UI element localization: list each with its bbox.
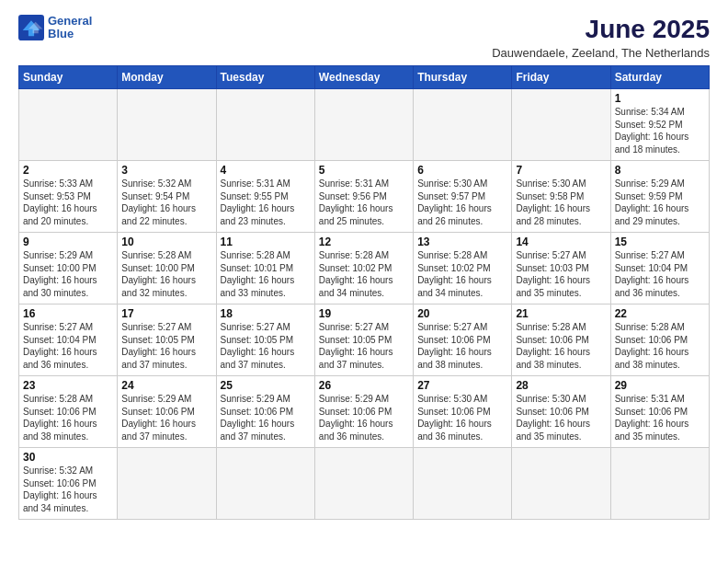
calendar-cell: 24Sunrise: 5:29 AMSunset: 10:06 PMDaylig… [118,376,216,448]
day-detail: Sunrise: 5:27 AMSunset: 10:05 PMDaylight… [221,322,295,370]
col-tuesday: Tuesday [216,66,314,89]
page: General Blue June 2025 Dauwendaele, Zeel… [0,0,728,563]
calendar-cell: 4Sunrise: 5:31 AMSunset: 9:55 PMDaylight… [216,161,314,233]
calendar-cell: 2Sunrise: 5:33 AMSunset: 9:53 PMDaylight… [19,161,118,233]
logo-icon [18,15,44,40]
day-detail: Sunrise: 5:28 AMSunset: 10:00 PMDaylight… [121,250,196,298]
day-number: 20 [417,307,507,320]
day-number: 15 [615,236,705,248]
calendar-cell: 14Sunrise: 5:27 AMSunset: 10:03 PMDaylig… [512,233,610,304]
day-detail: Sunrise: 5:28 AMSunset: 10:02 PMDaylight… [417,250,492,298]
day-detail: Sunrise: 5:32 AMSunset: 10:06 PMDaylight… [23,465,97,513]
day-number: 10 [121,236,211,248]
day-detail: Sunrise: 5:27 AMSunset: 10:05 PMDaylight… [121,322,196,370]
calendar-cell: 6Sunrise: 5:30 AMSunset: 9:57 PMDaylight… [414,161,512,233]
col-friday: Friday [512,66,610,89]
calendar-cell: 8Sunrise: 5:29 AMSunset: 9:59 PMDaylight… [610,161,709,233]
calendar-cell [19,89,118,161]
day-number: 28 [516,379,606,392]
calendar-cell: 18Sunrise: 5:27 AMSunset: 10:05 PMDaylig… [216,304,314,376]
calendar-cell: 25Sunrise: 5:29 AMSunset: 10:06 PMDaylig… [216,376,314,448]
calendar-cell: 17Sunrise: 5:27 AMSunset: 10:05 PMDaylig… [118,304,216,376]
calendar-cell: 5Sunrise: 5:31 AMSunset: 9:56 PMDaylight… [314,161,413,233]
day-number: 22 [615,307,705,320]
day-number: 30 [23,451,113,464]
day-detail: Sunrise: 5:27 AMSunset: 10:06 PMDaylight… [417,322,492,370]
day-number: 8 [615,164,705,177]
day-number: 1 [615,92,705,105]
day-number: 9 [23,236,113,248]
col-sunday: Sunday [19,66,118,89]
calendar-cell [216,448,314,520]
day-detail: Sunrise: 5:28 AMSunset: 10:06 PMDaylight… [615,322,689,370]
calendar-cell: 7Sunrise: 5:30 AMSunset: 9:58 PMDaylight… [512,161,610,233]
day-detail: Sunrise: 5:29 AMSunset: 10:06 PMDaylight… [319,394,393,442]
day-detail: Sunrise: 5:27 AMSunset: 10:03 PMDaylight… [516,250,590,298]
day-number: 27 [417,379,507,392]
calendar-table: Sunday Monday Tuesday Wednesday Thursday… [18,65,710,520]
col-thursday: Thursday [414,66,512,89]
day-number: 6 [417,164,507,177]
calendar-cell: 1Sunrise: 5:34 AMSunset: 9:52 PMDaylight… [610,89,709,161]
header: General Blue June 2025 Dauwendaele, Zeel… [18,15,710,60]
day-detail: Sunrise: 5:28 AMSunset: 10:02 PMDaylight… [319,250,393,298]
day-detail: Sunrise: 5:27 AMSunset: 10:04 PMDaylight… [23,322,97,370]
calendar-cell: 23Sunrise: 5:28 AMSunset: 10:06 PMDaylig… [19,376,118,448]
day-number: 26 [319,379,409,392]
calendar-cell: 13Sunrise: 5:28 AMSunset: 10:02 PMDaylig… [414,233,512,304]
day-number: 2 [23,164,113,177]
day-detail: Sunrise: 5:30 AMSunset: 10:06 PMDaylight… [516,394,590,442]
day-number: 12 [319,236,409,248]
day-detail: Sunrise: 5:31 AMSunset: 9:55 PMDaylight:… [221,178,295,226]
day-detail: Sunrise: 5:28 AMSunset: 10:06 PMDaylight… [516,322,590,370]
calendar-cell: 3Sunrise: 5:32 AMSunset: 9:54 PMDaylight… [118,161,216,233]
day-number: 29 [615,379,705,392]
day-number: 11 [221,236,311,248]
day-number: 25 [221,379,311,392]
day-number: 7 [516,164,606,177]
day-detail: Sunrise: 5:31 AMSunset: 9:56 PMDaylight:… [319,178,393,226]
calendar-cell: 26Sunrise: 5:29 AMSunset: 10:06 PMDaylig… [314,376,413,448]
calendar-cell [314,89,413,161]
day-number: 14 [516,236,606,248]
logo-text-general: General [48,15,92,28]
day-number: 18 [221,307,311,320]
day-number: 5 [319,164,409,177]
calendar-cell [512,448,610,520]
col-wednesday: Wednesday [314,66,413,89]
calendar-cell: 15Sunrise: 5:27 AMSunset: 10:04 PMDaylig… [610,233,709,304]
day-number: 21 [516,307,606,320]
day-detail: Sunrise: 5:30 AMSunset: 9:58 PMDaylight:… [516,178,590,226]
calendar-cell: 12Sunrise: 5:28 AMSunset: 10:02 PMDaylig… [314,233,413,304]
day-detail: Sunrise: 5:30 AMSunset: 10:06 PMDaylight… [417,394,492,442]
day-number: 4 [221,164,311,177]
calendar-cell [414,448,512,520]
col-saturday: Saturday [610,66,709,89]
day-detail: Sunrise: 5:33 AMSunset: 9:53 PMDaylight:… [23,178,97,226]
day-detail: Sunrise: 5:29 AMSunset: 10:00 PMDaylight… [23,250,97,298]
col-monday: Monday [118,66,216,89]
calendar-cell: 21Sunrise: 5:28 AMSunset: 10:06 PMDaylig… [512,304,610,376]
day-number: 16 [23,307,113,320]
calendar-cell [118,448,216,520]
day-detail: Sunrise: 5:32 AMSunset: 9:54 PMDaylight:… [121,178,196,226]
weekday-header-row: Sunday Monday Tuesday Wednesday Thursday… [19,66,710,89]
day-number: 24 [121,379,211,392]
calendar-cell: 27Sunrise: 5:30 AMSunset: 10:06 PMDaylig… [414,376,512,448]
day-detail: Sunrise: 5:29 AMSunset: 9:59 PMDaylight:… [615,178,689,226]
day-number: 17 [121,307,211,320]
day-number: 23 [23,379,113,392]
calendar-cell: 11Sunrise: 5:28 AMSunset: 10:01 PMDaylig… [216,233,314,304]
day-number: 19 [319,307,409,320]
calendar-cell [512,89,610,161]
location: Dauwendaele, Zeeland, The Netherlands [492,46,710,60]
logo: General Blue [18,15,92,41]
calendar-cell: 16Sunrise: 5:27 AMSunset: 10:04 PMDaylig… [19,304,118,376]
calendar-cell [610,448,709,520]
calendar-cell: 9Sunrise: 5:29 AMSunset: 10:00 PMDayligh… [19,233,118,304]
day-detail: Sunrise: 5:34 AMSunset: 9:52 PMDaylight:… [615,107,689,155]
calendar-cell: 19Sunrise: 5:27 AMSunset: 10:05 PMDaylig… [314,304,413,376]
day-detail: Sunrise: 5:29 AMSunset: 10:06 PMDaylight… [221,394,295,442]
calendar-cell: 29Sunrise: 5:31 AMSunset: 10:06 PMDaylig… [610,376,709,448]
calendar-cell: 10Sunrise: 5:28 AMSunset: 10:00 PMDaylig… [118,233,216,304]
